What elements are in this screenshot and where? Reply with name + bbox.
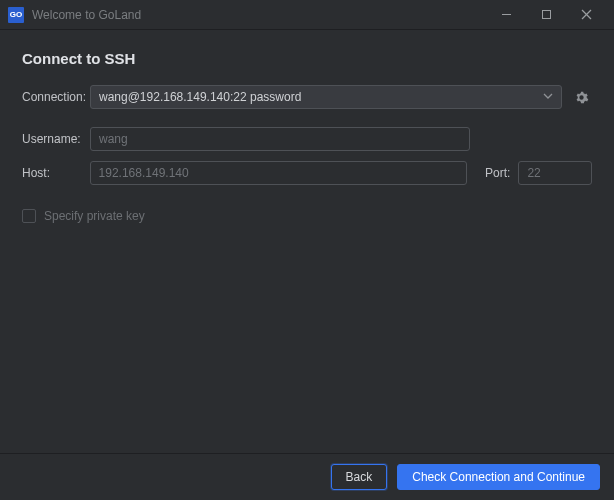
host-label: Host: — [22, 166, 82, 180]
host-input-value: 192.168.149.140 — [99, 166, 189, 180]
specify-key-checkbox[interactable] — [22, 209, 36, 223]
port-input[interactable]: 22 — [518, 161, 592, 185]
window-maximize-button[interactable] — [526, 0, 566, 30]
window-titlebar: GO Welcome to GoLand — [0, 0, 614, 30]
connection-row: Connection: wang@192.168.149.140:22 pass… — [22, 85, 592, 109]
host-row: Host: 192.168.149.140 Port: 22 — [22, 161, 592, 185]
port-label: Port: — [485, 166, 510, 180]
content-area: Connect to SSH Connection: wang@192.168.… — [0, 30, 614, 453]
connection-label: Connection: — [22, 90, 82, 104]
specify-key-label: Specify private key — [44, 209, 145, 223]
username-row: Username: wang — [22, 127, 592, 151]
chevron-down-icon — [543, 90, 553, 104]
back-button[interactable]: Back — [331, 464, 388, 490]
username-label: Username: — [22, 132, 82, 146]
connection-combobox[interactable]: wang@192.168.149.140:22 password — [90, 85, 562, 109]
username-input[interactable]: wang — [90, 127, 470, 151]
back-button-label: Back — [346, 470, 373, 484]
username-input-value: wang — [99, 132, 128, 146]
connection-combobox-value: wang@192.168.149.140:22 password — [99, 90, 301, 104]
svg-rect-1 — [542, 11, 550, 19]
host-input[interactable]: 192.168.149.140 — [90, 161, 467, 185]
port-input-value: 22 — [527, 166, 540, 180]
app-icon: GO — [8, 7, 24, 23]
window-title: Welcome to GoLand — [32, 8, 141, 22]
window-minimize-button[interactable] — [486, 0, 526, 30]
window-close-button[interactable] — [566, 0, 606, 30]
footer: Back Check Connection and Continue — [0, 454, 614, 500]
gear-icon — [574, 90, 589, 105]
specify-key-row: Specify private key — [22, 209, 592, 223]
continue-button[interactable]: Check Connection and Continue — [397, 464, 600, 490]
page-heading: Connect to SSH — [22, 50, 592, 67]
continue-button-label: Check Connection and Continue — [412, 470, 585, 484]
settings-button[interactable] — [570, 86, 592, 108]
